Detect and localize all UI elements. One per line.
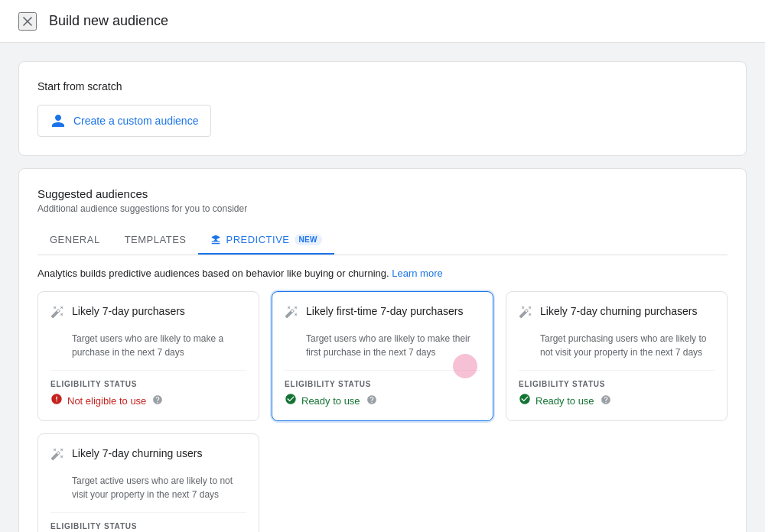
- wand-icon: [50, 305, 64, 323]
- card-name: Likely 7-day churning purchasers: [540, 304, 697, 320]
- help-icon[interactable]: [601, 394, 611, 407]
- scratch-card: Start from scratch Create a custom audie…: [18, 61, 747, 156]
- eligibility-label: ELIGIBILITY STATUS: [50, 522, 246, 530]
- main-content: Start from scratch Create a custom audie…: [0, 43, 765, 532]
- help-icon[interactable]: [152, 394, 163, 407]
- card-desc: Target active users who are likely to no…: [72, 474, 246, 501]
- audience-card-likely-first-time-7day-purchasers[interactable]: Likely first-time 7-day purchasers Targe…: [272, 291, 493, 421]
- suggested-card: Suggested audiences Additional audience …: [18, 168, 747, 532]
- card-header: Likely first-time 7-day purchasers: [285, 304, 480, 323]
- audience-grid: Likely 7-day purchasers Target users who…: [37, 291, 728, 532]
- eligibility-section: ELIGIBILITY STATUS Ready to use: [50, 512, 246, 532]
- new-badge: NEW: [295, 234, 322, 245]
- card-desc: Target users who are likely to make a pu…: [72, 332, 246, 359]
- create-custom-label: Create a custom audience: [73, 115, 198, 127]
- eligibility-label: ELIGIBILITY STATUS: [50, 380, 246, 388]
- page-title: Build new audience: [49, 13, 168, 29]
- audience-card-likely-7day-purchasers[interactable]: Likely 7-day purchasers Target users who…: [37, 291, 259, 421]
- audience-card-likely-7day-churning-users[interactable]: Likely 7-day churning users Target activ…: [37, 433, 259, 532]
- card-desc: Target purchasing users who are likely t…: [540, 332, 715, 359]
- tab-general[interactable]: GENERAL: [37, 226, 112, 255]
- tab-templates[interactable]: TEMPLATES: [112, 226, 199, 255]
- eligibility-status: Not eligible to use: [50, 393, 246, 408]
- eligibility-section: ELIGIBILITY STATUS Ready to use: [519, 370, 715, 408]
- help-icon[interactable]: [366, 394, 377, 407]
- close-button[interactable]: [18, 12, 37, 31]
- eligibility-status: Ready to use: [519, 393, 715, 408]
- eligibility-section: ELIGIBILITY STATUS Ready to use: [285, 370, 480, 408]
- card-header: Likely 7-day churning purchasers: [519, 304, 715, 323]
- ready-icon: [519, 393, 531, 408]
- card-name: Likely 7-day churning users: [72, 446, 202, 462]
- info-text: Analytics builds predictive audiences ba…: [37, 268, 728, 279]
- card-header: Likely 7-day purchasers: [50, 304, 246, 323]
- ready-icon: [285, 393, 297, 408]
- card-header: Likely 7-day churning users: [50, 446, 246, 465]
- person-icon: [50, 113, 66, 128]
- wand-icon: [519, 305, 532, 323]
- audience-tabs: GENERAL TEMPLATES PREDICTIVE NEW: [37, 226, 728, 255]
- tab-predictive[interactable]: PREDICTIVE NEW: [198, 226, 334, 255]
- card-name: Likely 7-day purchasers: [72, 304, 185, 320]
- eligibility-status: Ready to use: [285, 393, 480, 408]
- header: Build new audience: [0, 0, 765, 43]
- predictive-label: PREDICTIVE: [226, 234, 289, 245]
- suggested-title: Suggested audiences: [37, 187, 728, 200]
- eligibility-section: ELIGIBILITY STATUS Not eligible to use: [50, 370, 246, 408]
- card-desc: Target users who are likely to make thei…: [306, 332, 480, 359]
- predictive-icon: [210, 235, 221, 245]
- wand-icon: [285, 305, 298, 323]
- eligibility-label: ELIGIBILITY STATUS: [519, 380, 715, 388]
- eligibility-label: ELIGIBILITY STATUS: [285, 380, 480, 388]
- not-eligible-icon: [50, 393, 63, 408]
- wand-icon: [50, 447, 64, 465]
- suggested-subtitle: Additional audience suggestions for you …: [37, 203, 728, 214]
- card-name: Likely first-time 7-day purchasers: [306, 304, 463, 320]
- status-text: Ready to use: [301, 395, 360, 407]
- status-text: Ready to use: [536, 395, 594, 407]
- audience-card-likely-7day-churning-purchasers[interactable]: Likely 7-day churning purchasers Target …: [506, 291, 728, 421]
- create-custom-audience-button[interactable]: Create a custom audience: [37, 105, 211, 137]
- learn-more-link[interactable]: Learn more: [392, 268, 442, 279]
- scratch-title: Start from scratch: [37, 80, 728, 92]
- status-text: Not eligible to use: [67, 395, 146, 407]
